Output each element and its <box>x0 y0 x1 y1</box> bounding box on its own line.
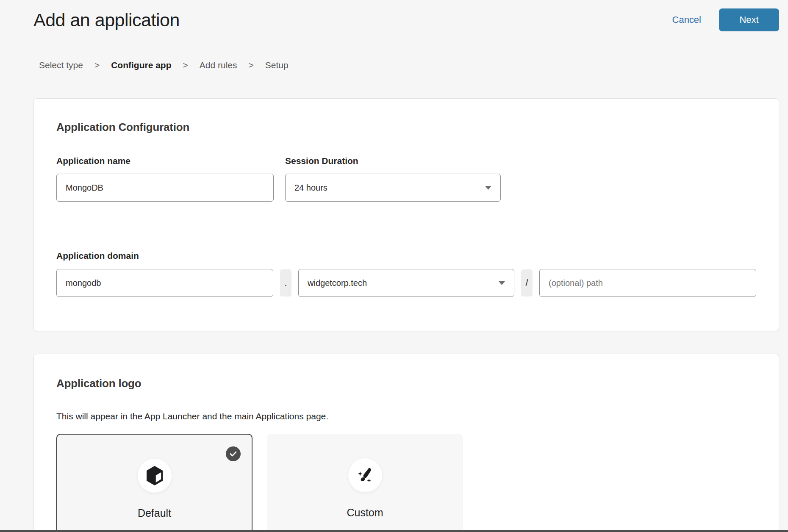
breadcrumb-separator: > <box>248 60 253 70</box>
cancel-button[interactable]: Cancel <box>672 14 701 25</box>
dot-separator: . <box>280 269 291 296</box>
application-name-input[interactable] <box>56 174 274 202</box>
check-icon <box>230 451 237 457</box>
logo-options: Default Custom <box>56 434 756 532</box>
name-and-session-row: Application name Session Duration 24 hou… <box>56 156 756 202</box>
logo-card-title: Application logo <box>56 377 756 390</box>
session-duration-select[interactable]: 24 hours <box>285 174 501 202</box>
application-configuration-card: Application Configuration Application na… <box>33 98 779 331</box>
page-title: Add an application <box>33 8 180 32</box>
session-duration-field-group: Session Duration 24 hours <box>285 156 501 202</box>
session-duration-value: 24 hours <box>294 183 327 193</box>
step-select-type[interactable]: Select type <box>39 60 83 70</box>
cube-icon <box>145 466 164 486</box>
selected-check-badge <box>226 446 241 461</box>
window-bottom-edge-bar <box>0 530 788 532</box>
application-name-label: Application name <box>56 156 274 166</box>
logo-option-custom[interactable]: Custom <box>267 434 463 532</box>
breadcrumb-separator: > <box>183 60 188 70</box>
logo-option-label: Default <box>138 507 171 519</box>
add-application-page: Add an application Cancel Next Select ty… <box>0 0 788 532</box>
step-add-rules[interactable]: Add rules <box>200 60 237 70</box>
wizard-breadcrumb: Select type > Configure app > Add rules … <box>39 60 779 70</box>
application-domain-row: . widgetcorp.tech / <box>56 269 756 297</box>
domain-select-value: widgetcorp.tech <box>308 278 367 288</box>
logo-option-label: Custom <box>347 507 383 519</box>
chevron-down-icon <box>485 186 491 190</box>
step-configure-app[interactable]: Configure app <box>111 60 171 70</box>
step-setup[interactable]: Setup <box>265 60 289 70</box>
application-logo-card: Application logo This will appear in the… <box>33 354 779 532</box>
subdomain-input[interactable] <box>56 269 273 297</box>
custom-logo-circle <box>348 458 382 492</box>
paintbrush-icon <box>355 466 375 485</box>
path-input[interactable] <box>539 269 756 297</box>
chevron-down-icon <box>499 281 505 285</box>
session-duration-label: Session Duration <box>285 156 501 166</box>
logo-option-default[interactable]: Default <box>56 434 252 532</box>
domain-select[interactable]: widgetcorp.tech <box>298 269 514 297</box>
logo-card-description: This will appear in the App Launcher and… <box>56 411 756 421</box>
next-button[interactable]: Next <box>719 8 779 31</box>
config-card-title: Application Configuration <box>56 121 756 134</box>
application-name-field-group: Application name <box>56 156 274 202</box>
breadcrumb-separator: > <box>94 60 100 70</box>
default-logo-circle <box>138 459 172 493</box>
page-header: Add an application Cancel Next <box>33 0 779 32</box>
slash-separator: / <box>521 269 533 296</box>
application-domain-label: Application domain <box>56 251 756 261</box>
header-actions: Cancel Next <box>672 8 779 31</box>
